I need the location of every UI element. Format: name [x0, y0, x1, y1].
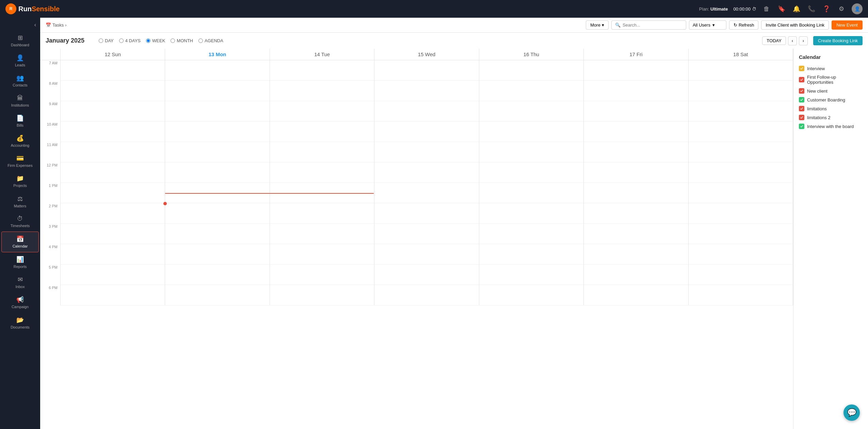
breadcrumb-label[interactable]: Tasks [52, 22, 64, 28]
sidebar-item-reports[interactable]: 📊 Reports [0, 252, 40, 272]
time-cell[interactable] [61, 265, 165, 285]
time-cell[interactable] [61, 60, 165, 81]
time-cell[interactable] [270, 203, 374, 224]
time-cell[interactable] [584, 203, 688, 224]
refresh-button[interactable]: ↻ Refresh [729, 20, 759, 30]
user-avatar[interactable]: 👤 [852, 3, 863, 14]
time-cell[interactable] [689, 224, 793, 244]
time-cell[interactable] [165, 81, 270, 101]
time-cell[interactable] [479, 203, 584, 224]
sidebar-item-contacts[interactable]: 👥 Contacts [0, 71, 40, 91]
phone-icon[interactable]: 📞 [807, 4, 816, 14]
view-radio-month[interactable] [171, 38, 175, 43]
time-cell[interactable] [374, 203, 479, 224]
time-cell[interactable] [61, 203, 165, 224]
time-cell[interactable] [689, 183, 793, 203]
sidebar-item-dashboard[interactable]: ⊞ Dashboard [0, 31, 40, 51]
sidebar-item-documents[interactable]: 📂 Documents [0, 313, 40, 333]
time-cell[interactable] [689, 265, 793, 285]
view-option-week[interactable]: WEEK [146, 38, 165, 43]
today-button[interactable]: TODAY [762, 36, 786, 45]
legend-item-limitations[interactable]: limitations [799, 104, 863, 113]
time-cell[interactable] [584, 183, 688, 203]
time-cell[interactable] [584, 285, 688, 305]
time-cell[interactable] [61, 224, 165, 244]
time-cell[interactable] [61, 285, 165, 305]
time-cell[interactable] [374, 142, 479, 162]
time-cell[interactable] [165, 285, 270, 305]
view-radio-week[interactable] [146, 38, 150, 43]
time-cell[interactable] [689, 60, 793, 81]
search-input[interactable] [623, 22, 682, 28]
time-cell[interactable] [584, 265, 688, 285]
time-cell[interactable] [270, 142, 374, 162]
time-cell[interactable] [270, 81, 374, 101]
time-cell[interactable] [689, 244, 793, 265]
sidebar-item-timesheets[interactable]: ⏱ Timesheets [0, 212, 40, 232]
view-option-month[interactable]: MONTH [171, 38, 193, 43]
time-cell[interactable] [61, 101, 165, 122]
time-cell[interactable] [689, 285, 793, 305]
legend-item-interview[interactable]: Interview [799, 64, 863, 73]
legend-item-limitations2[interactable]: limitations 2 [799, 113, 863, 122]
time-cell[interactable] [584, 101, 688, 122]
time-cell[interactable] [374, 162, 479, 183]
time-cell[interactable] [689, 162, 793, 183]
time-cell[interactable] [165, 60, 270, 81]
time-cell[interactable] [61, 244, 165, 265]
time-cell[interactable] [374, 265, 479, 285]
trash-icon[interactable]: 🗑 [762, 4, 771, 14]
time-cell[interactable] [165, 142, 270, 162]
time-cell[interactable] [165, 183, 270, 203]
legend-item-new-client[interactable]: New client [799, 86, 863, 95]
time-cell[interactable] [584, 142, 688, 162]
logo[interactable]: R RunSensible [5, 3, 60, 14]
view-radio-day[interactable] [99, 38, 103, 43]
sidebar-item-bills[interactable]: 📄 Bills [0, 111, 40, 131]
time-cell[interactable] [584, 81, 688, 101]
legend-item-interview-board[interactable]: Interview with the board [799, 122, 863, 131]
time-cell[interactable] [374, 285, 479, 305]
time-cell[interactable] [689, 203, 793, 224]
time-cell[interactable] [270, 265, 374, 285]
time-cell[interactable] [374, 122, 479, 142]
bell-icon[interactable]: 🔔 [792, 4, 801, 14]
help-icon[interactable]: ❓ [822, 4, 831, 14]
sidebar-item-matters[interactable]: ⚖ Matters [0, 192, 40, 212]
legend-item-first-followup[interactable]: First Follow-up Opportunities [799, 73, 863, 86]
time-cell[interactable] [374, 224, 479, 244]
more-button[interactable]: More ▾ [586, 20, 609, 30]
time-cell[interactable] [689, 122, 793, 142]
chat-bubble[interactable]: 💬 [843, 404, 860, 421]
time-cell[interactable] [61, 142, 165, 162]
time-cell[interactable] [689, 142, 793, 162]
time-cell[interactable] [689, 101, 793, 122]
prev-arrow-button[interactable]: ‹ [788, 36, 797, 45]
time-cell[interactable] [270, 285, 374, 305]
time-cell[interactable] [479, 224, 584, 244]
time-cell[interactable] [689, 81, 793, 101]
settings-icon[interactable]: ⚙ [837, 4, 846, 14]
time-cell[interactable] [584, 162, 688, 183]
sidebar-item-inbox[interactable]: ✉ Inbox [0, 272, 40, 292]
time-cell[interactable] [270, 101, 374, 122]
time-cell[interactable] [584, 60, 688, 81]
time-cell[interactable] [479, 142, 584, 162]
time-cell[interactable] [165, 265, 270, 285]
time-cell[interactable] [479, 81, 584, 101]
view-option-4days[interactable]: 4 DAYS [119, 38, 141, 43]
time-cell[interactable] [165, 101, 270, 122]
sidebar-item-accounting[interactable]: 💰 Accounting [0, 131, 40, 151]
sidebar-item-campaign[interactable]: 📢 Campaign [0, 292, 40, 313]
next-arrow-button[interactable]: › [799, 36, 808, 45]
time-cell[interactable] [270, 162, 374, 183]
time-cell[interactable] [374, 101, 479, 122]
view-radio-4days[interactable] [119, 38, 124, 43]
time-cell[interactable] [165, 162, 270, 183]
sidebar-item-leads[interactable]: 👤 Leads [0, 51, 40, 71]
new-event-button[interactable]: New Event [832, 20, 863, 30]
all-users-select[interactable]: All Users ▾ [689, 20, 726, 30]
time-cell[interactable] [479, 60, 584, 81]
time-cell[interactable] [479, 244, 584, 265]
time-cell[interactable] [270, 60, 374, 81]
